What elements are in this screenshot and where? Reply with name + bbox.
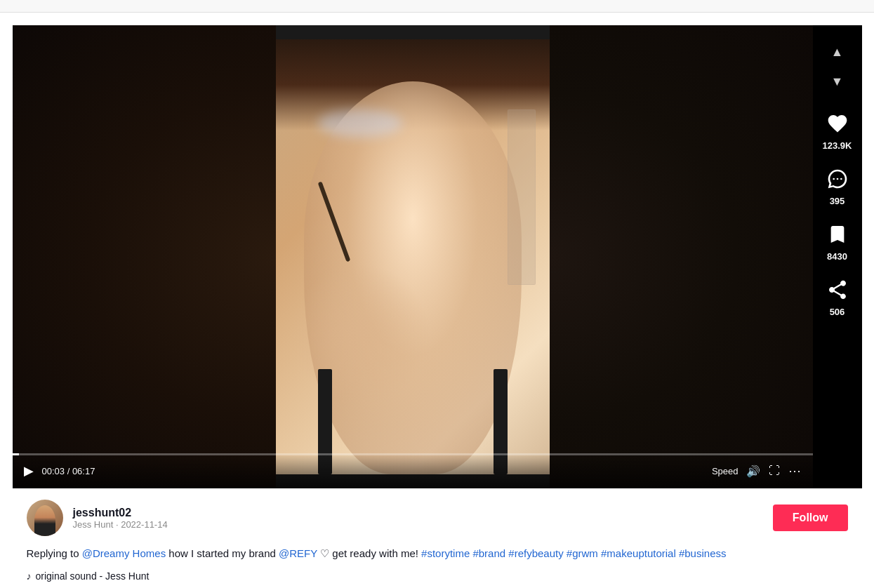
video-player: ▶ 00:03 / 06:17 Speed 🔊 ⛶ ··· ▲ ▼ 123.9K <box>13 25 862 488</box>
bookmark-action: 8430 <box>822 219 853 262</box>
heart-icon <box>826 112 849 135</box>
sidebar-nav: ▲ ▼ <box>825 39 850 94</box>
mention-refy[interactable]: @REFY <box>279 547 317 559</box>
video-sidebar: ▲ ▼ 123.9K 395 <box>813 25 862 488</box>
volume-button[interactable]: 🔊 <box>746 465 760 478</box>
info-section: jesshunt02 Jess Hunt · 2022-11-14 Follow… <box>13 488 862 588</box>
svg-point-2 <box>840 178 842 180</box>
author-username[interactable]: jesshunt02 <box>73 507 763 519</box>
share-count: 506 <box>830 307 845 317</box>
top-bar <box>0 0 874 13</box>
comment-icon <box>826 168 849 190</box>
nav-down-button[interactable]: ▼ <box>825 69 850 94</box>
avatar-figure <box>34 505 55 536</box>
sound-row[interactable]: ♪ original sound - Jess Hunt <box>27 570 848 582</box>
share-button[interactable] <box>822 274 853 305</box>
time-display: 00:03 / 06:17 <box>42 466 95 476</box>
sound-text: original sound - Jess Hunt <box>36 570 150 582</box>
like-action: 123.9K <box>822 108 853 151</box>
avatar[interactable] <box>27 500 63 536</box>
comment-button[interactable] <box>822 163 853 194</box>
follow-button[interactable]: Follow <box>773 505 848 531</box>
video-center <box>276 39 550 474</box>
comment-count: 395 <box>830 196 845 206</box>
description-heart: ♡ get ready with me! <box>317 547 421 559</box>
svg-point-1 <box>836 178 838 180</box>
video-frame <box>13 25 813 488</box>
like-button[interactable] <box>822 108 853 139</box>
music-note-icon: ♪ <box>27 570 32 582</box>
comment-action: 395 <box>822 163 853 206</box>
hand-area <box>290 264 430 404</box>
author-name-date: Jess Hunt · 2022-11-14 <box>73 519 763 530</box>
video-controls: ▶ 00:03 / 06:17 Speed 🔊 ⛶ ··· <box>13 453 813 488</box>
share-icon <box>826 279 849 301</box>
svg-point-0 <box>833 178 835 180</box>
progress-bar-fill <box>13 453 19 455</box>
description-prefix: Replying to <box>27 547 82 559</box>
video-right-blur <box>550 25 813 488</box>
bookmark-button[interactable] <box>822 219 853 250</box>
bookmark-count: 8430 <box>827 251 847 262</box>
hashtags[interactable]: #storytime #brand #refybeauty #grwm #mak… <box>421 547 726 559</box>
like-count: 123.9K <box>823 140 852 151</box>
more-options-button[interactable]: ··· <box>788 464 801 479</box>
bookmark-icon <box>826 223 849 246</box>
progress-bar-wrapper[interactable] <box>13 453 813 455</box>
bg-door <box>508 109 536 285</box>
eye-area <box>318 109 402 138</box>
play-button[interactable]: ▶ <box>24 463 34 479</box>
video-area[interactable]: ▶ 00:03 / 06:17 Speed 🔊 ⛶ ··· <box>13 25 813 488</box>
fullscreen-button[interactable]: ⛶ <box>769 465 780 477</box>
description: Replying to @Dreamy Homes how I started … <box>27 546 848 562</box>
share-action: 506 <box>822 274 853 317</box>
author-info: jesshunt02 Jess Hunt · 2022-11-14 <box>73 507 763 530</box>
description-middle: how I started my brand <box>166 547 279 559</box>
author-row: jesshunt02 Jess Hunt · 2022-11-14 Follow <box>27 500 848 536</box>
mention-dreamy-homes[interactable]: @Dreamy Homes <box>82 547 166 559</box>
video-left-blur <box>13 25 276 488</box>
nav-up-button[interactable]: ▲ <box>825 39 850 65</box>
speed-button[interactable]: Speed <box>712 466 739 476</box>
